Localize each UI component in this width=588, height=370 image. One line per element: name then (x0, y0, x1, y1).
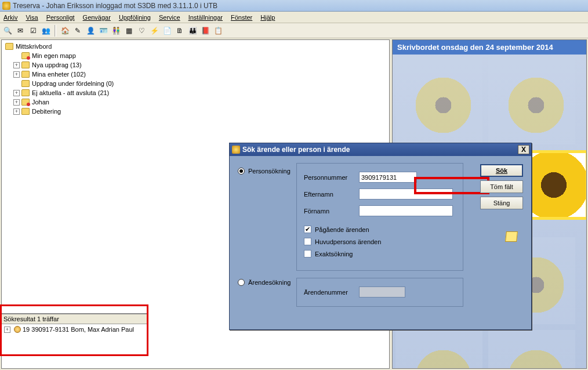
toolbar-grid-icon[interactable]: ▦ (124, 26, 134, 36)
sunflower-tile (488, 330, 575, 369)
label-personnummer: Personnummer (304, 174, 359, 181)
label-efternamn: Efternamn (304, 191, 359, 198)
folder-icon (21, 52, 30, 59)
toolbar-checklist-icon[interactable]: ☑ (28, 26, 38, 36)
menu-hjalp[interactable]: Hjälp (260, 14, 275, 21)
label-arendenummer: Ärendenummer (304, 289, 359, 296)
folder-icon (21, 108, 30, 115)
dialog-title: Sök ärende eller person i ärende (242, 146, 350, 154)
radio-icon (238, 279, 245, 286)
expand-icon[interactable]: + (13, 99, 20, 106)
tree-item-ejaktuella[interactable]: +Ej aktuella - att avsluta (21) (5, 88, 386, 97)
sok-button[interactable]: Sök (480, 164, 523, 177)
tree-item-label: Johan (32, 99, 49, 106)
toolbar-people-icon[interactable]: 👥 (41, 26, 51, 36)
menu-uppfoljning[interactable]: Uppföljning (119, 14, 151, 21)
tom-falt-button[interactable]: Töm fält (480, 180, 523, 193)
menu-genvagar[interactable]: Genvägar (83, 14, 111, 21)
person-icon (14, 326, 21, 333)
label-fornamn: Förnamn (304, 208, 359, 215)
case-search-fieldset: Ärendenummer (296, 278, 463, 307)
sunflower-tile (488, 57, 575, 144)
tree-item-minegenmapp[interactable]: Min egen mapp (5, 51, 386, 60)
menu-service[interactable]: Service (159, 14, 180, 21)
folder-icon (21, 99, 30, 106)
tree-item-label: Min egen mapp (32, 52, 76, 59)
folder-icon (21, 61, 30, 68)
tree-root[interactable]: Mittskrivbord (5, 42, 386, 51)
toolbar-book-icon[interactable]: 📕 (200, 26, 210, 36)
toolbar-card-icon[interactable]: 🪪 (98, 26, 108, 36)
menu-bar: Arkiv Visa Personligt Genvägar Uppföljni… (0, 12, 588, 23)
dialog-titlebar[interactable]: Sök ärende eller person i ärende X (230, 143, 531, 156)
checkbox-icon (304, 250, 311, 257)
input-arendenummer (359, 286, 405, 298)
toolbar-sheet-icon[interactable]: 📋 (213, 26, 223, 36)
toolbar-doc-icon[interactable]: 🗎 (175, 26, 185, 36)
radio-personsokning[interactable]: Personsökning (238, 168, 291, 175)
dialog-icon (232, 146, 240, 154)
checkbox-icon: ✔ (304, 226, 311, 233)
tree-item-uppdragfordelning[interactable]: Uppdrag under fördelning (0) (5, 79, 386, 88)
radio-arendesokning[interactable]: Ärendesökning (238, 279, 291, 286)
tree-item-nyauppdrag[interactable]: +Nya uppdrag (13) (5, 60, 386, 70)
sunflower-tile (395, 57, 482, 144)
search-result-header: Sökresultat 1 träffar (1, 314, 148, 324)
menu-arkiv[interactable]: Arkiv (3, 14, 17, 21)
toolbar-home-icon[interactable]: 🏠 (60, 26, 70, 36)
expand-icon[interactable]: + (13, 62, 20, 68)
radio-label: Ärendesökning (248, 279, 291, 286)
stang-button[interactable]: Stäng (480, 197, 523, 209)
tree-item-label: Ej aktuella - att avsluta (21) (32, 89, 109, 96)
toolbar-couple-icon[interactable]: 👫 (111, 26, 121, 36)
expand-icon[interactable]: + (13, 71, 20, 78)
expand-icon[interactable]: + (13, 90, 20, 96)
window-titlebar: Treserva - Johan Eriksson inloggad mot S… (0, 0, 588, 12)
toolbar-heart-icon[interactable]: ♡ (136, 26, 147, 36)
search-result-text: 19 390917-9131 Bom, Max Adrian Paul (23, 326, 134, 333)
radio-label: Personsökning (248, 168, 291, 175)
toolbar-mail-icon[interactable]: ✉ (15, 26, 26, 36)
toolbar-family-icon[interactable]: 👪 (187, 26, 198, 36)
toolbar-separator (55, 25, 56, 37)
menu-installningar[interactable]: Inställningar (188, 14, 223, 21)
expand-icon[interactable]: + (4, 327, 10, 333)
search-result-row[interactable]: + 19 390917-9131 Bom, Max Adrian Paul (4, 326, 145, 333)
desktop-title: Skrivbordet onsdag den 24 september 2014 (393, 40, 586, 55)
tree-item-debitering[interactable]: +Debitering (5, 107, 386, 116)
folder-icon (21, 80, 30, 87)
folder-icon (21, 71, 30, 78)
dialog-close-button[interactable]: X (518, 145, 529, 154)
checkbox-label: Exaktsökning (315, 251, 353, 257)
checkbox-exakt[interactable]: Exaktsökning (304, 250, 456, 257)
menu-visa[interactable]: Visa (26, 14, 38, 21)
checkbox-icon (304, 238, 311, 245)
menu-personligt[interactable]: Personligt (46, 14, 75, 21)
search-dialog: Sök ärende eller person i ärende X Perso… (229, 143, 532, 330)
tree-item-label: Nya uppdrag (13) (32, 61, 82, 68)
tree-item-minaenheter[interactable]: +Mina enheter (102) (5, 70, 386, 79)
input-efternamn[interactable] (359, 188, 453, 199)
menu-fonster[interactable]: Fönster (231, 14, 252, 21)
checkbox-pagaende[interactable]: ✔ Pågående ärenden (304, 226, 456, 233)
expand-icon[interactable]: + (13, 108, 20, 115)
checkbox-huvudperson[interactable]: Huvudpersons ärenden (304, 238, 456, 245)
toolbar-copy-icon[interactable]: 📄 (162, 26, 172, 36)
input-fornamn[interactable] (359, 205, 453, 216)
app-icon (2, 2, 10, 10)
folder-icon (21, 89, 30, 96)
toolbar-person-icon[interactable]: 👤 (85, 26, 96, 36)
checkbox-label: Huvudpersons ärenden (315, 238, 381, 245)
toolbar-binoculars-icon[interactable]: 🔍 (2, 26, 13, 36)
tree-root-label: Mittskrivbord (16, 43, 52, 50)
tree-item-label: Debitering (32, 108, 61, 115)
toolbar: 🔍 ✉ ☑ 👥 🏠 ✎ 👤 🪪 👫 ▦ ♡ ⚡ 📄 🗎 👪 📕 📋 (0, 23, 588, 38)
window-title: Treserva - Johan Eriksson inloggad mot S… (13, 2, 217, 10)
tree-item-johan[interactable]: +Johan (5, 97, 386, 107)
person-search-fieldset: Personnummer Efternamn Förnamn ✔ Pågåend… (296, 163, 463, 271)
input-personnummer[interactable] (359, 172, 417, 183)
toolbar-bolt-icon[interactable]: ⚡ (149, 26, 159, 36)
note-icon[interactable] (505, 231, 518, 242)
sunflower-tile (395, 330, 482, 369)
toolbar-pencil-icon[interactable]: ✎ (72, 26, 83, 36)
